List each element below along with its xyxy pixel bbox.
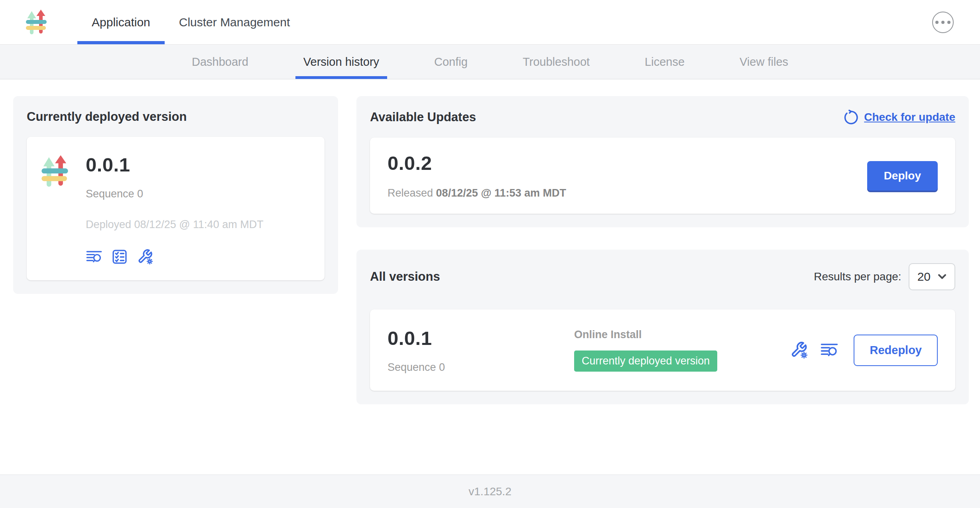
deployed-version-number: 0.0.1 — [86, 154, 264, 176]
config-icon — [790, 341, 808, 359]
update-version-number: 0.0.2 — [388, 152, 566, 174]
main-content: Currently deployed version 0.0.1 Sequenc… — [0, 79, 980, 475]
ellipsis-icon — [935, 21, 950, 24]
version-row-sequence: Sequence 0 — [388, 361, 574, 374]
more-options-button[interactable] — [932, 12, 954, 33]
preflight-checks-icon — [111, 248, 128, 265]
all-versions-header: All versions Results per page: 20 — [370, 263, 955, 290]
check-for-update-link[interactable]: Check for update — [843, 110, 955, 125]
results-per-page: Results per page: 20 — [814, 263, 955, 290]
currently-deployed-card: Currently deployed version 0.0.1 Sequenc… — [13, 96, 338, 294]
app-header: Application Cluster Management — [0, 0, 980, 45]
subnav-item-view-files[interactable]: View files — [737, 45, 791, 79]
app-footer: v1.125.2 — [0, 475, 980, 508]
released-date: 08/12/25 @ 11:53 am MDT — [436, 187, 567, 199]
redeploy-button[interactable]: Redeploy — [854, 335, 938, 366]
version-row: 0.0.1 Sequence 0 Online Install Currentl… — [370, 309, 955, 391]
tab-application-label: Application — [92, 16, 150, 29]
app-subnav: Dashboard Version history Config Trouble… — [0, 45, 980, 79]
tab-cluster-management[interactable]: Cluster Management — [165, 0, 304, 44]
version-row-info: 0.0.1 Sequence 0 — [388, 327, 574, 374]
release-notes-icon — [86, 248, 102, 265]
results-per-page-label: Results per page: — [814, 270, 901, 283]
subnav-item-troubleshoot[interactable]: Troubleshoot — [520, 45, 592, 79]
tab-cluster-management-label: Cluster Management — [179, 16, 290, 29]
chevron-down-icon — [938, 274, 947, 280]
release-notes-button[interactable] — [820, 341, 838, 359]
version-row-status: Online Install Currently deployed versio… — [574, 329, 790, 372]
config-button[interactable] — [137, 248, 153, 265]
update-tile: 0.0.2 Released 08/12/25 @ 11:53 am MDT D… — [370, 138, 955, 214]
deployed-version-tile: 0.0.1 Sequence 0 Deployed 08/12/25 @ 11:… — [27, 137, 325, 280]
deployed-version-actions — [86, 248, 264, 265]
header-actions — [932, 0, 980, 44]
refresh-icon — [843, 110, 858, 125]
config-button[interactable] — [790, 341, 808, 359]
subnav-view-files-label: View files — [740, 55, 788, 69]
subnav-item-dashboard[interactable]: Dashboard — [189, 45, 251, 79]
version-row-number: 0.0.1 — [388, 327, 574, 349]
deployed-version-details: 0.0.1 Sequence 0 Deployed 08/12/25 @ 11:… — [86, 154, 264, 265]
results-per-page-value: 20 — [917, 270, 931, 284]
header-tabs: Application Cluster Management — [77, 0, 304, 44]
config-icon — [137, 248, 153, 265]
release-notes-icon — [820, 341, 838, 359]
app-logo-icon — [26, 10, 49, 35]
left-column: Currently deployed version 0.0.1 Sequenc… — [13, 96, 338, 475]
deploy-button[interactable]: Deploy — [867, 161, 938, 191]
right-column: Available Updates Check for update 0.0.2… — [356, 96, 969, 475]
subnav-version-history-label: Version history — [303, 55, 379, 69]
currently-deployed-title: Currently deployed version — [27, 110, 325, 124]
subnav-item-license[interactable]: License — [642, 45, 687, 79]
subnav-troubleshoot-label: Troubleshoot — [523, 55, 590, 69]
available-updates-header: Available Updates Check for update — [370, 110, 955, 125]
subnav-license-label: License — [645, 55, 685, 69]
update-released-timestamp: Released 08/12/25 @ 11:53 am MDT — [388, 187, 566, 199]
update-details: 0.0.2 Released 08/12/25 @ 11:53 am MDT — [388, 152, 566, 199]
available-updates-card: Available Updates Check for update 0.0.2… — [356, 96, 969, 227]
release-notes-button[interactable] — [86, 248, 102, 265]
currently-deployed-badge: Currently deployed version — [574, 350, 717, 372]
subnav-dashboard-label: Dashboard — [192, 55, 248, 69]
console-version: v1.125.2 — [468, 485, 511, 498]
tab-application[interactable]: Application — [77, 0, 165, 44]
check-for-update-label: Check for update — [864, 111, 955, 124]
version-row-actions: Redeploy — [790, 335, 938, 366]
subnav-config-label: Config — [434, 55, 468, 69]
all-versions-title: All versions — [370, 270, 440, 284]
subnav-item-config[interactable]: Config — [432, 45, 470, 79]
available-updates-title: Available Updates — [370, 110, 476, 124]
app-logo-icon — [41, 155, 71, 188]
subnav-item-version-history[interactable]: Version history — [301, 45, 382, 79]
preflight-checks-button[interactable] — [111, 248, 128, 265]
deployed-timestamp: Deployed 08/12/25 @ 11:40 am MDT — [86, 219, 264, 231]
all-versions-card: All versions Results per page: 20 0.0.1 … — [356, 250, 969, 404]
install-type-label: Online Install — [574, 329, 790, 341]
deployed-sequence: Sequence 0 — [86, 188, 264, 200]
results-per-page-select[interactable]: 20 — [909, 263, 955, 290]
released-prefix: Released — [388, 187, 433, 199]
